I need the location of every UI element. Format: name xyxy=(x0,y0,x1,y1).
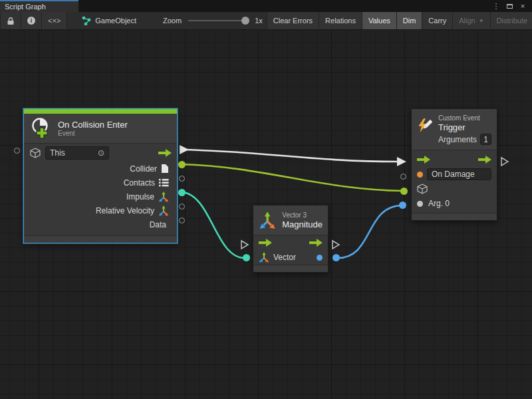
flow-row xyxy=(253,235,328,250)
port-row-collider[interactable]: Collider xyxy=(24,162,177,176)
arg0-label: Arg. 0 xyxy=(428,199,450,208)
port-row-impulse[interactable]: Impulse xyxy=(24,190,177,203)
port-label: Impulse xyxy=(126,192,154,201)
clear-errors-button[interactable]: Clear Errors xyxy=(267,12,319,29)
flow-out-arrow-icon[interactable] xyxy=(158,149,172,157)
port-flow-out-triangle[interactable] xyxy=(331,239,340,250)
inspect-button[interactable]: i xyxy=(21,12,42,29)
lock-icon xyxy=(7,17,15,25)
port-label: Contacts xyxy=(124,178,155,188)
wire-flow[interactable] xyxy=(181,150,397,162)
collision-event-icon xyxy=(29,117,52,140)
vector3-axis-icon xyxy=(158,192,169,202)
port-row-relative-velocity[interactable]: Relative Velocity xyxy=(24,203,177,217)
port-flow-in-triangle[interactable] xyxy=(240,239,249,250)
vector-input-row[interactable]: Vector xyxy=(253,250,328,265)
event-name-row: On Damage xyxy=(412,167,497,182)
port-event-name-input[interactable] xyxy=(400,174,406,180)
object-picker-icon[interactable]: ⊙ xyxy=(98,148,104,158)
target-row[interactable] xyxy=(412,182,497,196)
port-row-contacts[interactable]: Contacts xyxy=(24,176,177,190)
node-type-label: Custom Event xyxy=(438,114,491,122)
zoom-label: Zoom xyxy=(163,17,182,25)
event-name-port[interactable] xyxy=(417,172,423,178)
port-contacts-output[interactable] xyxy=(179,176,185,182)
port-relative-velocity-output[interactable] xyxy=(179,203,185,209)
port-vector-input[interactable] xyxy=(243,254,250,261)
cube-icon xyxy=(29,147,41,159)
relations-button[interactable]: Relations xyxy=(319,12,362,29)
graph-canvas[interactable]: On Collision Enter Event This ⊙ Collider xyxy=(0,30,532,399)
kebab-menu-icon[interactable]: ⋮ xyxy=(491,1,501,11)
document-icon xyxy=(161,164,169,174)
flow-in-arrow-icon[interactable] xyxy=(259,239,272,247)
node-header: Vector 3 Magnitude xyxy=(253,205,328,235)
port-label: Data xyxy=(150,220,166,229)
node-header: On Collision Enter Event xyxy=(24,114,177,144)
align-label: Align xyxy=(459,17,475,25)
wire-flow-end-arrow xyxy=(397,157,406,166)
port-data-output[interactable] xyxy=(179,217,185,223)
this-field[interactable]: This ⊙ xyxy=(45,146,109,160)
zoom-slider[interactable] xyxy=(188,20,248,21)
distribute-button[interactable]: Distribute ▼ xyxy=(491,12,532,29)
titlebar-spacer xyxy=(78,0,491,12)
lock-button[interactable] xyxy=(0,12,21,29)
align-button[interactable]: Align ▼ xyxy=(453,12,490,29)
arg0-row[interactable]: Arg. 0 xyxy=(412,196,497,211)
vector-port-label: Vector xyxy=(273,253,296,262)
magnitude-output-port[interactable] xyxy=(317,255,323,261)
event-accent-bar xyxy=(24,109,177,114)
node-footer xyxy=(24,235,177,243)
zoom-control: Zoom 1x xyxy=(159,12,267,29)
graph-context[interactable]: GameObject xyxy=(78,12,140,29)
node-vector3-magnitude[interactable]: Vector 3 Magnitude Vector xyxy=(253,205,329,273)
event-name-field[interactable]: On Damage xyxy=(427,168,491,180)
zoom-value: 1x xyxy=(255,17,263,25)
port-this-input[interactable] xyxy=(14,148,20,154)
port-impulse-output[interactable] xyxy=(178,189,186,196)
toolbar-right-group: Clear Errors Relations Values Dim Carry … xyxy=(267,12,532,29)
node-trigger-custom-event[interactable]: Custom Event Trigger Arguments 1 On xyxy=(411,108,497,221)
wire-impulse-to-vector[interactable] xyxy=(182,192,245,258)
arguments-field[interactable]: 1 xyxy=(480,134,491,145)
zoom-slider-handle[interactable] xyxy=(241,17,249,25)
port-label: Relative Velocity xyxy=(96,206,154,215)
wire-collider-to-target[interactable] xyxy=(182,164,403,191)
flow-out-arrow-icon[interactable] xyxy=(309,239,323,247)
port-trigger-flow-out-triangle[interactable] xyxy=(500,156,509,167)
flow-in-arrow-icon[interactable] xyxy=(417,156,430,164)
values-button[interactable]: Values xyxy=(362,12,397,29)
code-preview-button[interactable]: <×> xyxy=(42,12,67,29)
node-subtitle: Event xyxy=(58,130,128,138)
node-footer xyxy=(253,265,328,272)
tab-script-graph[interactable]: Script Graph xyxy=(0,0,78,12)
dim-button[interactable]: Dim xyxy=(397,12,423,29)
port-arg0-input[interactable] xyxy=(399,201,406,209)
port-collider-output[interactable] xyxy=(178,161,186,168)
node-title: On Collision Enter xyxy=(58,120,128,130)
flow-out-arrow-icon[interactable] xyxy=(478,156,491,164)
node-title: Trigger xyxy=(438,122,491,132)
node-title: Magnitude xyxy=(282,219,323,229)
vector3-axis-icon xyxy=(259,211,276,229)
chevron-down-icon: ▼ xyxy=(479,18,484,24)
arguments-label: Arguments xyxy=(438,135,477,144)
info-icon: i xyxy=(27,17,35,25)
wire-flow-start-arrow xyxy=(180,145,189,154)
target-row: This ⊙ xyxy=(24,144,177,162)
distribute-label: Distribute xyxy=(497,17,527,25)
close-icon[interactable]: × xyxy=(517,1,528,11)
vector3-axis-icon xyxy=(158,205,169,216)
port-magnitude-output[interactable] xyxy=(332,254,340,261)
graph-icon xyxy=(82,16,91,25)
port-row-data[interactable]: Data xyxy=(24,217,177,231)
maximize-icon[interactable] xyxy=(504,1,515,11)
wire-magnitude-to-arg0[interactable] xyxy=(336,205,402,258)
arg0-port xyxy=(417,201,423,207)
node-on-collision-enter[interactable]: On Collision Enter Event This ⊙ Collider xyxy=(23,108,178,243)
node-header: Custom Event Trigger Arguments 1 xyxy=(412,109,497,150)
port-target-input[interactable] xyxy=(400,188,408,195)
carry-button[interactable]: Carry xyxy=(422,12,453,29)
vector3-axis-icon xyxy=(259,252,269,263)
